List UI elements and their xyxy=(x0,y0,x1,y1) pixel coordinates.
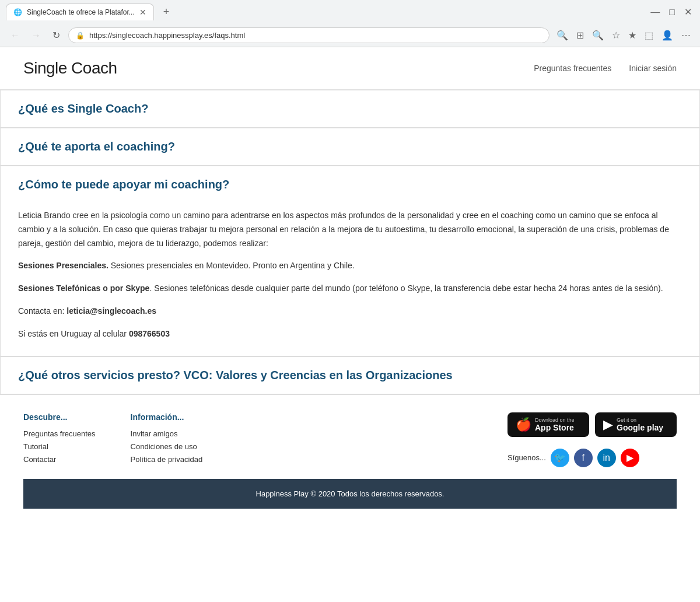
linkedin-icon[interactable]: in xyxy=(597,449,616,467)
footer-bottom: Happiness Play © 2020 Todos los derechos… xyxy=(23,479,677,509)
google-play-icon: ▶ xyxy=(603,417,613,432)
apple-icon: 🍎 xyxy=(516,417,531,432)
footer-col-descubre: Descubre... Preguntas frecuentes Tutoria… xyxy=(23,412,96,467)
list-item: Condiciones de uso xyxy=(131,442,203,451)
footer-columns: Descubre... Preguntas frecuentes Tutoria… xyxy=(23,412,677,467)
faq-answer-3-para4: Contacta en: leticia@singlecoach.es xyxy=(18,304,682,318)
address-bar[interactable]: 🔒 xyxy=(68,27,550,43)
googleplay-badge-text: Get it on Google play xyxy=(617,417,663,432)
appstore-small: Download on the xyxy=(535,417,575,423)
list-item: Tutorial xyxy=(23,442,96,451)
faq-question-2-text: ¿Qué te aporta el coaching? xyxy=(18,140,682,153)
nav-login-link[interactable]: Iniciar sesión xyxy=(629,64,677,73)
faq-question-4-text: ¿Qué otros servicios presto? VCO: Valore… xyxy=(18,369,682,382)
list-item: Política de privacidad xyxy=(131,454,203,464)
footer-link-politica[interactable]: Política de privacidad xyxy=(131,455,203,464)
page-wrapper: Single Coach Preguntas frecuentes Inicia… xyxy=(0,47,700,597)
faq-answer-3-para1: Leticia Brando cree en la psicología com… xyxy=(18,209,682,250)
faq-item-4: ¿Qué otros servicios presto? VCO: Valore… xyxy=(0,356,700,394)
youtube-icon[interactable]: ▶ xyxy=(621,449,639,467)
googleplay-big: Google play xyxy=(617,423,663,432)
footer-link-contactar[interactable]: Contactar xyxy=(23,455,56,464)
star-icon-btn[interactable]: ☆ xyxy=(610,27,622,43)
footer-social-label: Síguenos... xyxy=(508,453,546,462)
search-icon-btn[interactable]: 🔍 xyxy=(554,27,570,43)
footer-social: Síguenos... 🐦 f in ▶ xyxy=(508,449,639,467)
maximize-button[interactable]: □ xyxy=(667,5,677,20)
googleplay-small: Get it on xyxy=(617,417,663,423)
list-item: Preguntas frecuentes xyxy=(23,429,96,438)
browser-chrome: 🌐 SingleCoach te ofrece la Platafor... ✕… xyxy=(0,0,700,47)
extensions-icon-btn[interactable]: ⊞ xyxy=(574,27,586,43)
site-header: Single Coach Preguntas frecuentes Inicia… xyxy=(0,47,700,90)
list-item: Invitar amigos xyxy=(131,429,203,438)
footer-copyright: Happiness Play © 2020 Todos los derechos… xyxy=(256,489,444,498)
site-footer: Descubre... Preguntas frecuentes Tutoria… xyxy=(0,394,700,509)
new-tab-button[interactable]: + xyxy=(159,6,174,18)
browser-titlebar: 🌐 SingleCoach te ofrece la Platafor... ✕… xyxy=(0,0,700,24)
profile-icon-btn[interactable]: 👤 xyxy=(659,27,676,43)
list-item: Contactar xyxy=(23,454,96,464)
footer-link-faq[interactable]: Preguntas frecuentes xyxy=(23,429,96,438)
refresh-button[interactable]: ↻ xyxy=(49,27,64,43)
cast-icon-btn[interactable]: ⬚ xyxy=(642,27,656,43)
appstore-big: App Store xyxy=(535,423,575,432)
more-icon-btn[interactable]: ⋯ xyxy=(679,27,693,43)
forward-button[interactable]: → xyxy=(28,28,44,43)
browser-controls-bar: ← → ↻ 🔒 🔍 ⊞ 🔍 ☆ ★ ⬚ 👤 ⋯ xyxy=(0,24,700,47)
faq-answer-3-prefix5: Si estás en Uruguay al celular xyxy=(18,329,129,338)
tab-favicon: 🌐 xyxy=(13,8,22,16)
footer-link-condiciones[interactable]: Condiciones de uso xyxy=(131,442,197,451)
tab-title: SingleCoach te ofrece la Platafor... xyxy=(27,8,135,16)
faq-answer-3: Leticia Brando cree en la psicología com… xyxy=(1,203,699,356)
footer-informacion-title: Información... xyxy=(131,412,203,422)
footer-link-invitar[interactable]: Invitar amigos xyxy=(131,429,178,438)
site-logo[interactable]: Single Coach xyxy=(23,59,117,78)
faq-item-3: ¿Cómo te puede apoyar mi coaching? Letic… xyxy=(0,166,700,356)
lock-icon: 🔒 xyxy=(76,32,85,40)
faq-item-1: ¿Qué es Single Coach? xyxy=(0,90,700,128)
faq-answer-3-bold2: Sesiones Presenciales. xyxy=(18,261,108,270)
browser-tab[interactable]: 🌐 SingleCoach te ofrece la Platafor... ✕ xyxy=(6,4,154,20)
zoom-icon-btn[interactable]: 🔍 xyxy=(590,27,606,43)
appstore-badge-text: Download on the App Store xyxy=(535,417,575,432)
faq-answer-3-para2: Sesiones Presenciales. Sesiones presenci… xyxy=(18,259,682,273)
googleplay-badge[interactable]: ▶ Get it on Google play xyxy=(595,412,677,437)
site-nav: Preguntas frecuentes Iniciar sesión xyxy=(534,64,677,73)
footer-descubre-list: Preguntas frecuentes Tutorial Contactar xyxy=(23,429,96,464)
close-window-button[interactable]: ✕ xyxy=(682,4,694,20)
facebook-icon[interactable]: f xyxy=(574,449,593,467)
footer-link-tutorial[interactable]: Tutorial xyxy=(23,442,48,451)
faq-question-1[interactable]: ¿Qué es Single Coach? xyxy=(1,90,699,127)
browser-toolbar-icons: 🔍 ⊞ 🔍 ☆ ★ ⬚ 👤 ⋯ xyxy=(554,27,693,43)
twitter-icon[interactable]: 🐦 xyxy=(551,449,569,467)
bookmark-icon-btn[interactable]: ★ xyxy=(626,27,639,43)
nav-faq-link[interactable]: Preguntas frecuentes xyxy=(534,64,611,73)
footer-informacion-list: Invitar amigos Condiciones de uso Políti… xyxy=(131,429,203,464)
faq-item-2: ¿Qué te aporta el coaching? xyxy=(0,128,700,166)
footer-apps-social-section: 🍎 Download on the App Store ▶ Get it on … xyxy=(508,412,677,467)
faq-answer-3-rest2: Sesiones presenciales en Montevideo. Pro… xyxy=(108,261,355,270)
faq-answer-3-rest3: . Sesiones telefónicas desde cualquier p… xyxy=(149,284,663,293)
faq-answer-3-prefix4: Contacta en: xyxy=(18,306,66,316)
appstore-badge[interactable]: 🍎 Download on the App Store xyxy=(508,412,589,437)
footer-descubre-title: Descubre... xyxy=(23,412,96,422)
faq-question-4[interactable]: ¿Qué otros servicios presto? VCO: Valore… xyxy=(1,357,699,394)
faq-answer-3-bold5: 098766503 xyxy=(129,329,170,338)
faq-answer-3-bold3: Sesiones Telefónicas o por Skype xyxy=(18,284,149,293)
faq-question-1-text: ¿Qué es Single Coach? xyxy=(18,102,682,116)
faq-answer-3-bold4: leticia@singlecoach.es xyxy=(66,306,156,316)
back-button[interactable]: ← xyxy=(7,28,23,43)
url-input[interactable] xyxy=(89,31,542,40)
faq-container: ¿Qué es Single Coach? ¿Qué te aporta el … xyxy=(0,90,700,394)
footer-col-informacion: Información... Invitar amigos Condicione… xyxy=(131,412,203,467)
faq-question-2[interactable]: ¿Qué te aporta el coaching? xyxy=(1,128,699,165)
faq-question-3-text: ¿Cómo te puede apoyar mi coaching? xyxy=(18,178,682,191)
minimize-button[interactable]: — xyxy=(648,5,662,20)
faq-answer-3-para5: Si estás en Uruguay al celular 098766503 xyxy=(18,327,682,341)
footer-app-badges-row: 🍎 Download on the App Store ▶ Get it on … xyxy=(508,412,677,437)
faq-answer-3-para3: Sesiones Telefónicas o por Skype. Sesion… xyxy=(18,282,682,296)
tab-close-button[interactable]: ✕ xyxy=(139,8,146,17)
faq-question-3[interactable]: ¿Cómo te puede apoyar mi coaching? xyxy=(1,166,699,203)
